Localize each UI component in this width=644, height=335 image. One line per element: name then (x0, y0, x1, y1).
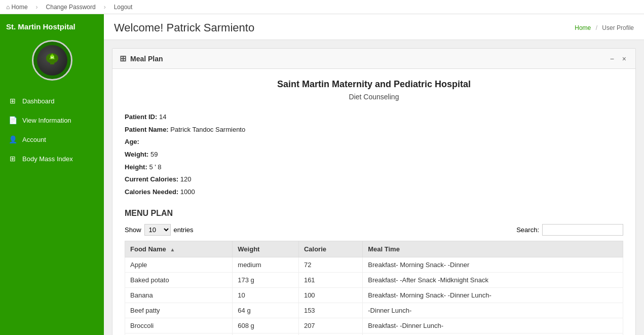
table-row: Apple medium 72 Breakfast- Morning Snack… (125, 257, 623, 272)
patient-current-calories: Current Calories: 120 (125, 173, 623, 186)
cell-food-name: Broccoli (125, 333, 233, 335)
patient-current-cal-value: 120 (180, 175, 192, 183)
top-nav-change-password[interactable]: Change Password (46, 4, 96, 11)
entries-label: entries (174, 226, 194, 234)
table-row: Beef patty 64 g 153 -Dinner Lunch- (125, 303, 623, 318)
patient-height-label: Height: (125, 163, 147, 171)
search-input[interactable] (542, 224, 623, 236)
cell-meal-time: Breakfast- Morning Snack- -Dinner Lunch- (363, 287, 623, 303)
patient-info: Patient ID: 14 Patient Name: Patrick Tan… (125, 111, 623, 199)
col-food-name[interactable]: Food Name ▲ (125, 241, 233, 257)
patient-needed-cal-value: 1000 (180, 188, 195, 196)
meal-plan-card: ⊞ Meal Plan − × Saint Martin Maternity a… (112, 48, 636, 335)
cell-weight: 173 g (233, 272, 299, 287)
logo-circle: H (32, 40, 72, 81)
cell-weight: 608 g (233, 333, 299, 335)
top-nav: ⌂ Home › Change Password › Logout (0, 0, 644, 14)
sidebar-navigation: ⊞ Dashboard 📄 View Information 👤 Account… (0, 90, 104, 170)
page-title: Welcome! Patrick Sarmiento (114, 21, 254, 34)
sidebar-title: St. Martin Hostpital (0, 14, 104, 35)
cell-food-name: Beef patty (125, 303, 233, 318)
patient-needed-cal-label: Calories Needed: (125, 188, 178, 196)
patient-name-value: Patrick Tandoc Sarmiento (170, 126, 245, 133)
search-label: Search: (516, 226, 539, 234)
cell-meal-time: Breakfast- -After Snack -Midknight Snack (363, 272, 623, 287)
cell-meal-time: Breakfast- -Dinner Lunch- (363, 318, 623, 333)
cell-weight: 10 (233, 287, 299, 303)
food-table: Food Name ▲ Weight Calorie Meal Time App… (125, 241, 623, 335)
svg-rect-2 (50, 59, 54, 64)
patient-weight: Weight: 59 (125, 148, 623, 161)
cell-calorie: 207 (298, 333, 362, 335)
breadcrumb-current: User Profile (602, 24, 634, 31)
card-header-left: ⊞ Meal Plan (120, 54, 163, 63)
patient-calories-needed: Calories Needed: 1000 (125, 186, 623, 199)
account-icon: 👤 (8, 135, 17, 143)
show-entries: Show 10 25 50 100 entries (125, 224, 194, 236)
cell-calorie: 153 (298, 303, 362, 318)
cell-food-name: Banana (125, 287, 233, 303)
grid-icon: ⊞ (120, 54, 126, 63)
breadcrumb-home[interactable]: Home (575, 24, 591, 31)
table-row: Banana 10 100 Breakfast- Morning Snack- … (125, 287, 623, 303)
sidebar-item-label: Dashboard (22, 97, 55, 105)
card-header: ⊞ Meal Plan − × (112, 49, 635, 69)
top-nav-home[interactable]: ⌂ Home (6, 4, 28, 11)
main-content: Welcome! Patrick Sarmiento Home / User P… (104, 14, 644, 335)
cell-calorie: 161 (298, 272, 362, 287)
close-button[interactable]: × (620, 55, 628, 63)
sidebar-item-view-information[interactable]: 📄 View Information (0, 111, 104, 129)
sidebar-item-label: Body Mass Index (22, 155, 73, 163)
patient-current-cal-label: Current Calories: (125, 175, 178, 183)
sidebar-item-label: Account (22, 136, 46, 143)
card-controls: − × (608, 55, 628, 63)
information-icon: 📄 (8, 116, 17, 124)
cell-meal-time: Breakfast- -Dinner Lunch- (363, 333, 623, 335)
header-bar: Welcome! Patrick Sarmiento Home / User P… (104, 14, 644, 40)
cell-weight: 64 g (233, 303, 299, 318)
entries-select[interactable]: 10 25 50 100 (144, 224, 171, 236)
report-title: Saint Martin Maternity and Pediatric Hos… (125, 79, 623, 90)
table-body: Apple medium 72 Breakfast- Morning Snack… (125, 257, 623, 335)
cell-calorie: 207 (298, 318, 362, 333)
sidebar: St. Martin Hostpital H ⊞ Dashboard (0, 14, 104, 335)
breadcrumb: Home / User Profile (575, 24, 634, 31)
table-row: Baked potato 173 g 161 Breakfast- -After… (125, 272, 623, 287)
patient-name-label: Patient Name: (125, 126, 169, 133)
cell-meal-time: Breakfast- Morning Snack- -Dinner (363, 257, 623, 272)
patient-weight-value: 59 (150, 151, 158, 158)
top-nav-logout[interactable]: Logout (114, 4, 133, 11)
card-title: Meal Plan (130, 55, 163, 63)
table-row: Broccoli 608 g 207 Breakfast- -Dinner Lu… (125, 318, 623, 333)
patient-age-label: Age: (125, 138, 139, 145)
cell-meal-time: -Dinner Lunch- (363, 303, 623, 318)
breadcrumb-separator: / (596, 24, 597, 31)
patient-name: Patient Name: Patrick Tandoc Sarmiento (125, 124, 623, 136)
patient-id: Patient ID: 14 (125, 111, 623, 124)
cell-calorie: 72 (298, 257, 362, 272)
report-subtitle: Diet Counseling (125, 93, 623, 101)
cell-food-name: Apple (125, 257, 233, 272)
sidebar-logo: H (0, 35, 104, 90)
patient-id-label: Patient ID: (125, 113, 157, 121)
card-body: Saint Martin Maternity and Pediatric Hos… (112, 69, 635, 335)
patient-height-value: 5 ' 8 (149, 163, 161, 171)
sidebar-item-label: View Information (22, 117, 71, 124)
sidebar-item-dashboard[interactable]: ⊞ Dashboard (0, 92, 104, 110)
cell-food-name: Broccoli (125, 318, 233, 333)
minimize-button[interactable]: − (608, 55, 616, 63)
col-meal-time: Meal Time (363, 241, 623, 257)
col-calorie: Calorie (298, 241, 362, 257)
cell-weight: 608 g (233, 318, 299, 333)
cell-calorie: 100 (298, 287, 362, 303)
menu-plan-title: MENU PLAN (125, 209, 623, 218)
svg-text:H: H (51, 55, 54, 60)
sort-arrow-food: ▲ (170, 247, 175, 252)
table-header: Food Name ▲ Weight Calorie Meal Time (125, 241, 623, 257)
cell-food-name: Baked potato (125, 272, 233, 287)
sidebar-item-account[interactable]: 👤 Account (0, 130, 104, 148)
bmi-icon: ⊞ (8, 155, 17, 163)
table-row: Broccoli 608 g 207 Breakfast- -Dinner Lu… (125, 333, 623, 335)
col-weight: Weight (233, 241, 299, 257)
sidebar-item-body-mass-index[interactable]: ⊞ Body Mass Index (0, 150, 104, 168)
